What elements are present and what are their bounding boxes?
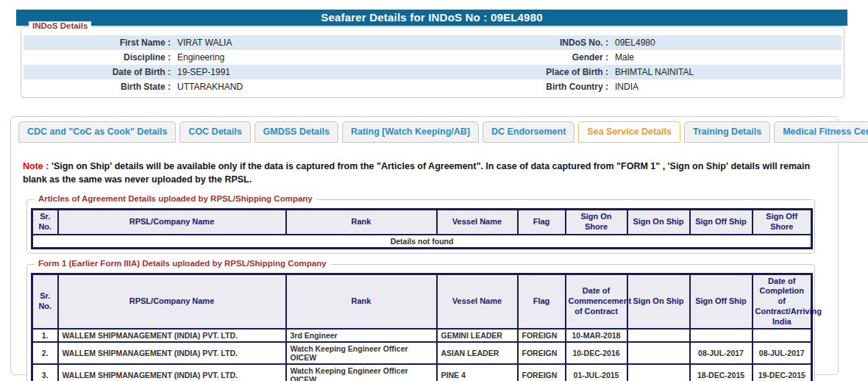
indos-row-discipline: Discipline : Engineering Gender : Male	[24, 50, 842, 65]
gender-value: Male	[608, 50, 842, 65]
place-of-birth-label: Place of Birth :	[439, 65, 608, 79]
tab-rating-watch-keeping[interactable]: Rating [Watch Keeping/AB]	[342, 121, 479, 143]
cell-rank: Watch Keeping Engineer Officer OICEW	[286, 342, 437, 364]
cell-rank: 3rd Engineer	[286, 329, 437, 342]
birth-country-value: INDIA	[608, 79, 842, 94]
tab-coc-details[interactable]: COC Details	[179, 121, 250, 143]
tab-medical-fitness-certificate[interactable]: Medical Fitness Certificate	[774, 121, 868, 143]
form1-details-section: Form 1 (Earlier Form IIIA) Details uploa…	[26, 264, 815, 381]
articles-table: Sr. No. RPSL/Company Name Rank Vessel Na…	[31, 208, 813, 249]
tab-sea-service-details[interactable]: Sea Service Details	[578, 121, 680, 143]
form1-header-company: RPSL/Company Name	[58, 274, 286, 329]
birth-country-label: Birth Country :	[439, 79, 608, 94]
articles-header-sign-off-shore: Sign Off Shore	[753, 210, 812, 235]
discipline-value: Engineering	[171, 50, 439, 65]
form1-header-sr-no: Sr. No.	[32, 274, 58, 329]
indos-row-state: Birth State : UTTARAKHAND Birth Country …	[24, 79, 842, 94]
articles-header-company: RPSL/Company Name	[58, 210, 286, 235]
articles-header-sign-on-ship: Sign On Ship	[627, 210, 690, 235]
indos-details-legend: INDoS Details	[29, 21, 91, 30]
cell-sr-no: 3.	[32, 364, 58, 381]
articles-header-rank: Rank	[286, 210, 437, 235]
form1-header-sign-off-ship: Sign Off Ship	[690, 274, 753, 329]
date-of-birth-value: 19-SEP-1991	[171, 65, 439, 79]
form1-row: 1. WALLEM SHIPMANAGEMENT (INDIA) PVT. LT…	[32, 329, 812, 342]
cell-sign-on-ship	[627, 342, 690, 364]
cell-company: WALLEM SHIPMANAGEMENT (INDIA) PVT. LTD.	[58, 329, 286, 342]
cell-commencement: 01-JUL-2015	[566, 364, 627, 381]
articles-of-agreement-section: Articles of Agreement Details uploaded b…	[26, 199, 815, 254]
articles-header-flag: Flag	[518, 210, 566, 235]
cell-commencement: 10-DEC-2016	[566, 342, 627, 364]
cell-sign-off-ship: 08-JUL-2017	[690, 342, 753, 364]
cell-flag: FOREIGN	[518, 364, 566, 381]
cell-sign-off-ship	[690, 329, 753, 342]
tab-cdc-coc-cook-details[interactable]: CDC and "CoC as Cook" Details	[18, 121, 176, 143]
indos-row-birth: Date of Birth : 19-SEP-1991 Place of Bir…	[24, 65, 842, 79]
first-name-label: First Name :	[24, 35, 171, 50]
tab-bar: CDC and "CoC as Cook" Details COC Detail…	[18, 121, 838, 143]
place-of-birth-value: BHIMTAL NAINITAL	[608, 65, 842, 79]
indos-details-section: INDoS Details First Name : VIRAT WALIA I…	[21, 26, 844, 98]
tab-gmdss-details[interactable]: GMDSS Details	[255, 121, 338, 143]
tab-dc-endorsement[interactable]: DC Endorsement	[483, 121, 574, 143]
cell-vessel: ASIAN LEADER	[437, 342, 518, 364]
indos-no-value: 09EL4980	[608, 35, 842, 50]
cell-vessel: GEMINI LEADER	[437, 329, 518, 342]
birth-state-value: UTTARAKHAND	[171, 79, 439, 94]
note-prefix: Note :	[23, 161, 49, 171]
form1-row: 2. WALLEM SHIPMANAGEMENT (INDIA) PVT. LT…	[32, 342, 812, 364]
form1-header-row: Sr. No. RPSL/Company Name Rank Vessel Na…	[32, 274, 812, 329]
articles-header-sign-off-ship: Sign Off Ship	[690, 210, 753, 235]
form1-header-completion: Date of Completion of Contract/Arriving …	[753, 274, 812, 329]
form1-header-rank: Rank	[286, 274, 437, 329]
articles-header-row: Sr. No. RPSL/Company Name Rank Vessel Na…	[32, 210, 812, 235]
cell-sr-no: 1.	[32, 329, 58, 342]
articles-header-vessel: Vessel Name	[437, 210, 518, 235]
articles-empty-row: Details not found	[32, 235, 812, 249]
form1-table: Sr. No. RPSL/Company Name Rank Vessel Na…	[31, 273, 813, 381]
sign-on-ship-note: Note : 'Sign on Ship' details will be av…	[23, 160, 826, 186]
tab-training-details[interactable]: Training Details	[684, 121, 770, 143]
cell-flag: FOREIGN	[518, 329, 566, 342]
cell-sign-on-ship	[627, 364, 690, 381]
cell-company: WALLEM SHIPMANAGEMENT (INDIA) PVT. LTD.	[58, 364, 286, 381]
cell-rank: Watch Keeping Engineer Officer OICEW	[286, 364, 437, 381]
articles-legend: Articles of Agreement Details uploaded b…	[35, 194, 316, 203]
articles-header-sr-no: Sr. No.	[32, 210, 58, 235]
page-title: Seafarer Details for INDoS No : 09EL4980	[16, 10, 847, 26]
indos-no-label: INDoS No. :	[439, 35, 608, 50]
first-name-value: VIRAT WALIA	[171, 35, 439, 50]
note-text: 'Sign on Ship' details will be available…	[23, 161, 810, 185]
cell-sign-on-ship	[627, 329, 690, 342]
cell-company: WALLEM SHIPMANAGEMENT (INDIA) PVT. LTD.	[58, 342, 286, 364]
discipline-label: Discipline :	[24, 50, 171, 65]
form1-header-flag: Flag	[518, 274, 566, 329]
cell-completion	[753, 329, 812, 342]
birth-state-label: Birth State :	[24, 79, 171, 94]
form1-legend: Form 1 (Earlier Form IIIA) Details uploa…	[35, 259, 330, 268]
cell-commencement: 10-MAR-2018	[566, 329, 627, 342]
form1-header-sign-on-ship: Sign On Ship	[627, 274, 690, 329]
seafarer-tab-panel: CDC and "CoC as Cook" Details COC Detail…	[10, 116, 839, 375]
gender-label: Gender :	[439, 50, 608, 65]
articles-header-sign-on-shore: Sign On Shore	[566, 210, 627, 235]
cell-completion: 08-JUL-2017	[753, 342, 812, 364]
cell-vessel: PINE 4	[437, 364, 518, 381]
form1-header-vessel: Vessel Name	[437, 274, 518, 329]
details-not-found-message: Details not found	[32, 235, 812, 249]
cell-sr-no: 2.	[32, 342, 58, 364]
date-of-birth-label: Date of Birth :	[24, 65, 171, 79]
form1-header-commencement: Date of Commencement of Contract	[566, 274, 627, 329]
form1-row: 3. WALLEM SHIPMANAGEMENT (INDIA) PVT. LT…	[32, 364, 812, 381]
cell-sign-off-ship: 18-DEC-2015	[690, 364, 753, 381]
cell-flag: FOREIGN	[518, 342, 566, 364]
indos-row-name: First Name : VIRAT WALIA INDoS No. : 09E…	[24, 35, 842, 50]
cell-completion: 19-DEC-2015	[753, 364, 812, 381]
